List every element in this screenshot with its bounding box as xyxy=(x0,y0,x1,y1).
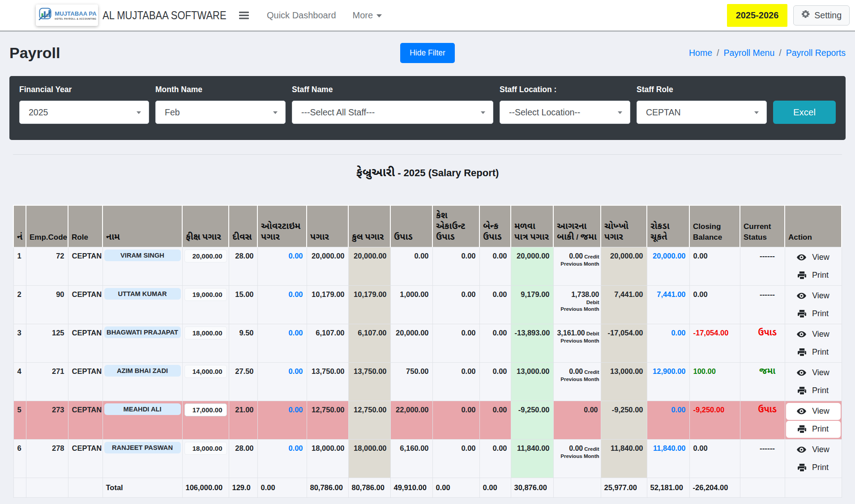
nav-more-dropdown[interactable]: More xyxy=(353,10,382,21)
cell-previous-balance: 0.00CreditPrevious Month xyxy=(553,362,601,401)
total-cell-cash-account-withdraw: 0.00 xyxy=(432,478,479,497)
overtime-link[interactable]: 0.00 xyxy=(288,444,303,452)
cell-fixed-salary: 20,000.00 xyxy=(182,247,229,285)
cell-bank-withdraw: 0.00 xyxy=(479,401,511,439)
cash-paid-link[interactable]: 20,000.00 xyxy=(653,252,685,260)
financial-year-select[interactable]: 2025 xyxy=(19,101,149,124)
overtime-link[interactable]: 0.00 xyxy=(288,367,303,375)
col-header-no: નં xyxy=(13,205,26,247)
total-cell-cash-paid: 52,181.00 xyxy=(647,478,689,497)
staff-name-badge[interactable]: AZIM BHAI ZADI xyxy=(104,365,181,377)
staff-name-badge[interactable]: BHAGWATI PRAJAPAT xyxy=(104,326,181,339)
cell-payable-salary: 9,179.00 xyxy=(511,285,553,324)
total-cell-role xyxy=(68,478,103,497)
print-button[interactable]: Print xyxy=(786,459,841,476)
view-button[interactable]: View xyxy=(786,249,841,266)
cell-fixed-salary: 17,000.00 xyxy=(182,401,229,439)
overtime-link[interactable]: 0.00 xyxy=(288,290,303,298)
cash-paid-link[interactable]: 7,441.00 xyxy=(657,290,685,298)
print-button[interactable]: Print xyxy=(786,344,841,361)
salary-report-section: ફેબ્રુઆરી - 2025 (Salary Report) નં Emp.… xyxy=(13,154,842,498)
cell-days: 28.00 xyxy=(229,247,257,285)
view-button[interactable]: View xyxy=(786,403,841,420)
page-content: Payroll Hide Filter Home/Payroll Menu/Pa… xyxy=(0,42,855,498)
previous-balance-note: Previous Month xyxy=(555,453,599,460)
cell-days: 27.50 xyxy=(229,362,257,401)
cell-staff-name: MEAHDI ALI xyxy=(103,401,182,439)
hamburger-menu-icon[interactable] xyxy=(239,12,249,19)
staff-name-badge[interactable]: UTTAM KUMAR xyxy=(104,288,181,300)
cell-withdraw: 20,000.00 xyxy=(390,324,432,362)
cell-closing-balance: 0.00 xyxy=(689,285,740,324)
staff-role-label: Staff Role xyxy=(637,85,767,94)
cash-paid-link[interactable]: 0.00 xyxy=(671,329,685,337)
staff-location-field: Staff Location : --Select Location-- xyxy=(500,85,630,140)
cell-action: ViewPrint xyxy=(785,362,842,401)
breadcrumb-payroll-menu[interactable]: Payroll Menu xyxy=(723,48,774,58)
cell-bank-withdraw: 0.00 xyxy=(479,362,511,401)
excel-export-button[interactable]: Excel xyxy=(773,101,836,124)
cell-cash-paid: 12,900.00 xyxy=(647,362,689,401)
financial-year-field: Financial Year 2025 xyxy=(19,85,149,140)
breadcrumb-payroll-reports[interactable]: Payroll Reports xyxy=(786,48,846,58)
view-button[interactable]: View xyxy=(786,326,841,343)
month-name-select[interactable]: Feb xyxy=(155,101,286,124)
print-button[interactable]: Print xyxy=(786,267,841,284)
brand-title-text: AL MUJTABAA SOFTWARE xyxy=(103,9,227,22)
previous-balance-type: Credit xyxy=(584,369,599,375)
nav-quick-dashboard[interactable]: Quick Dashboard xyxy=(267,10,336,21)
view-button[interactable]: View xyxy=(786,441,841,458)
print-button[interactable]: Print xyxy=(786,305,841,322)
breadcrumb-home[interactable]: Home xyxy=(689,48,712,58)
cell-salary: 10,179.00 xyxy=(307,285,348,324)
col-header-fixed-salary: ફીક્ષ પગાર xyxy=(182,205,229,247)
view-button[interactable]: View xyxy=(786,288,841,305)
staff-name-badge[interactable]: MEAHDI ALI xyxy=(104,403,181,415)
staff-location-select[interactable]: --Select Location-- xyxy=(500,101,630,124)
cash-paid-link[interactable]: 11,840.00 xyxy=(653,444,686,452)
cell-overtime-salary: 0.00 xyxy=(257,285,307,324)
divider xyxy=(13,154,842,155)
select-value: 2025 xyxy=(29,107,48,118)
cell-current-status: ------ xyxy=(740,439,785,478)
staff-name-badge[interactable]: RANJEET PASWAN xyxy=(104,442,181,454)
col-header-days: દીવસ xyxy=(229,205,257,247)
total-cell-previous-balance xyxy=(553,478,601,497)
breadcrumb-separator: / xyxy=(779,48,781,58)
hide-filter-button[interactable]: Hide Filter xyxy=(400,43,455,63)
cell-cash-account-withdraw: 0.00 xyxy=(432,324,479,362)
cell-role: CEPTAN xyxy=(68,439,103,478)
staff-name-select[interactable]: ---Select All Staff--- xyxy=(292,101,493,124)
print-button[interactable]: Print xyxy=(786,382,841,399)
cash-paid-link[interactable]: 0.00 xyxy=(671,406,685,414)
cell-current-status: ઉપાડ xyxy=(740,401,785,439)
cell-net-salary: -9,250.00 xyxy=(601,401,647,439)
overtime-link[interactable]: 0.00 xyxy=(288,252,303,260)
cell-days: 9.50 xyxy=(229,324,257,362)
cell-previous-balance: 1,738.00DebitPrevious Month xyxy=(553,285,601,324)
previous-balance-value: 3,161.00 xyxy=(557,329,585,337)
cell-row-number: 2 xyxy=(13,285,26,324)
total-cell-net-salary: 25,977.00 xyxy=(601,478,647,497)
setting-button[interactable]: Setting xyxy=(793,5,850,25)
cell-payable-salary: -13,893.00 xyxy=(511,324,553,362)
previous-balance-note: Previous Month xyxy=(555,306,599,313)
cell-days: 28.00 xyxy=(229,439,257,478)
cell-cash-paid: 11,840.00 xyxy=(647,439,689,478)
app-logo[interactable]: MUJTABAA PA HOTEL PAYROLL & ACCOUNTING xyxy=(36,4,98,26)
cell-row-number: 1 xyxy=(13,247,26,285)
cell-total-salary: 10,179.00 xyxy=(348,285,390,324)
more-label: More xyxy=(353,10,373,21)
cell-current-status: ------ xyxy=(740,285,785,324)
staff-name-badge[interactable]: VIRAM SINGH xyxy=(104,250,181,262)
view-button[interactable]: View xyxy=(786,364,841,381)
cell-emp-code: 271 xyxy=(26,362,68,401)
fixed-salary-badge: 19,000.00 xyxy=(184,288,227,301)
cash-paid-link[interactable]: 12,900.00 xyxy=(653,367,685,375)
print-button[interactable]: Print xyxy=(786,421,841,438)
previous-balance-note: Previous Month xyxy=(555,261,599,267)
overtime-link[interactable]: 0.00 xyxy=(288,406,303,414)
staff-role-select[interactable]: CEPTAN xyxy=(637,101,767,124)
cell-cash-paid: 7,441.00 xyxy=(647,285,689,324)
overtime-link[interactable]: 0.00 xyxy=(288,329,303,337)
